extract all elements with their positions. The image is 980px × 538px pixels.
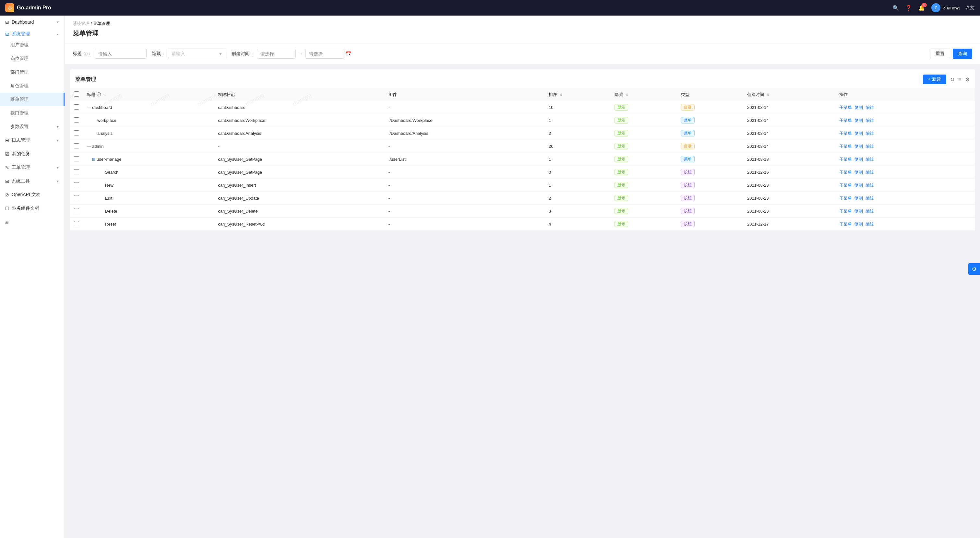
action-编辑[interactable]: 编辑 <box>865 170 874 175</box>
sidebar-section-system[interactable]: ⊞ 系统管理 ▲ <box>0 29 65 38</box>
action-子菜单[interactable]: 子菜单 <box>839 157 852 162</box>
row-component: ./Dashboard/Analysis <box>385 127 545 140</box>
action-复制[interactable]: 复制 <box>854 170 863 175</box>
filter-title: 标题 ⓘ： <box>73 49 146 59</box>
sidebar-item-user-mgmt[interactable]: 用户管理 <box>0 38 65 52</box>
filter-date-from[interactable] <box>257 49 296 59</box>
table-row: Searchcan_SysUser_GetPage-0显示按钮2021-12-1… <box>70 166 975 179</box>
row-checkbox[interactable] <box>74 182 79 187</box>
new-button[interactable]: + 新建 <box>923 75 946 84</box>
hidden-badge: 显示 <box>614 169 628 175</box>
sidebar-item-my-tasks[interactable]: ☑ 我的任务 <box>0 147 65 161</box>
column-settings-icon[interactable]: ≡ <box>958 76 961 83</box>
sidebar-item-sys-tools[interactable]: ⊞ 系统工具 ▼ <box>0 175 65 188</box>
action-复制[interactable]: 复制 <box>854 131 863 136</box>
action-编辑[interactable]: 编辑 <box>865 105 874 110</box>
action-编辑[interactable]: 编辑 <box>865 183 874 188</box>
action-复制[interactable]: 复制 <box>854 144 863 149</box>
sidebar-item-openapi[interactable]: ⊘ OpenAPI 文档 <box>0 188 65 202</box>
action-编辑[interactable]: 编辑 <box>865 131 874 136</box>
sidebar-item-dashboard[interactable]: ⊞ Dashboard ▼ <box>0 16 65 29</box>
sidebar-item-position-mgmt[interactable]: 岗位管理 <box>0 52 65 65</box>
row-checkbox[interactable] <box>74 117 79 122</box>
action-编辑[interactable]: 编辑 <box>865 118 874 123</box>
action-复制[interactable]: 复制 <box>854 222 863 227</box>
row-checkbox[interactable] <box>74 156 79 161</box>
action-复制[interactable]: 复制 <box>854 183 863 188</box>
row-checkbox[interactable] <box>74 143 79 148</box>
action-子菜单[interactable]: 子菜单 <box>839 118 852 123</box>
action-子菜单[interactable]: 子菜单 <box>839 183 852 188</box>
search-icon[interactable]: 🔍 <box>892 5 899 11</box>
row-checkbox[interactable] <box>74 169 79 175</box>
action-子菜单[interactable]: 子菜单 <box>839 131 852 136</box>
sort-icon[interactable]: ⇅ <box>103 93 106 97</box>
action-复制[interactable]: 复制 <box>854 157 863 162</box>
breadcrumb-parent[interactable]: 系统管理 <box>73 21 89 26</box>
action-编辑[interactable]: 编辑 <box>865 209 874 214</box>
row-permission: can_SysUser_GetPage <box>214 166 385 179</box>
app-logo[interactable]: ◇ Go-admin Pro <box>5 3 51 12</box>
refresh-icon[interactable]: ↻ <box>950 76 955 83</box>
action-复制[interactable]: 复制 <box>854 105 863 110</box>
sidebar-item-param-settings[interactable]: 参数设置 ▼ <box>0 120 65 133</box>
question-icon[interactable]: ❓ <box>905 5 912 11</box>
action-编辑[interactable]: 编辑 <box>865 157 874 162</box>
action-子菜单[interactable]: 子菜单 <box>839 222 852 227</box>
row-type: 菜单 <box>677 153 743 166</box>
sidebar-item-dept-mgmt[interactable]: 部门管理 <box>0 65 65 79</box>
action-子菜单[interactable]: 子菜单 <box>839 196 852 201</box>
sidebar-item-api-mgmt[interactable]: 接口管理 <box>0 106 65 120</box>
header-user[interactable]: Z zhangwj <box>931 3 959 12</box>
action-子菜单[interactable]: 子菜单 <box>839 144 852 149</box>
action-编辑[interactable]: 编辑 <box>865 196 874 201</box>
table-settings-icon[interactable]: ⚙ <box>965 76 970 83</box>
action-子菜单[interactable]: 子菜单 <box>839 105 852 110</box>
sidebar-item-biz-components[interactable]: ☐ 业务组件文档 <box>0 202 65 215</box>
main-content: 系统管理 / 菜单管理 菜单管理 标题 ⓘ： <box>65 16 980 538</box>
sidebar-label-api-mgmt: 接口管理 <box>10 110 29 116</box>
select-all-checkbox[interactable] <box>74 91 79 97</box>
row-checkbox[interactable] <box>74 221 79 226</box>
action-复制[interactable]: 复制 <box>854 209 863 214</box>
settings-fab[interactable]: ⚙ <box>968 263 980 275</box>
row-checkbox[interactable] <box>74 208 79 213</box>
row-hidden: 显示 <box>611 192 677 205</box>
action-复制[interactable]: 复制 <box>854 118 863 123</box>
action-子菜单[interactable]: 子菜单 <box>839 209 852 214</box>
breadcrumb-current: 菜单管理 <box>93 21 110 26</box>
tree-collapse-icon[interactable]: — <box>87 144 91 149</box>
row-checkbox[interactable] <box>74 195 79 200</box>
sidebar-label-menu-mgmt: 菜单管理 <box>10 97 29 102</box>
sidebar-bottom-icon[interactable]: ≡ <box>0 215 65 230</box>
row-permission: can_SysUser_GetPage <box>214 153 385 166</box>
translate-icon[interactable]: A文 <box>966 5 975 11</box>
filter-hidden-placeholder: 请输入 <box>172 51 185 57</box>
action-编辑[interactable]: 编辑 <box>865 144 874 149</box>
row-create-time: 2021-08-23 <box>743 205 835 218</box>
sidebar-item-work-order[interactable]: ✎ 工单管理 ▼ <box>0 161 65 175</box>
row-sort: 1 <box>545 153 611 166</box>
filter-date-to[interactable] <box>305 49 344 59</box>
action-编辑[interactable]: 编辑 <box>865 222 874 227</box>
reset-button[interactable]: 重置 <box>930 49 950 59</box>
sort-icon[interactable]: ⇅ <box>625 93 628 97</box>
row-permission: canDashboardWorkplace <box>214 114 385 127</box>
row-checkbox[interactable] <box>74 104 79 110</box>
query-button[interactable]: 查询 <box>953 49 972 59</box>
row-create-time: 2021-08-14 <box>743 140 835 153</box>
tree-collapse-icon[interactable]: — <box>87 105 91 110</box>
hidden-badge: 显示 <box>614 156 628 162</box>
filter-hidden-select[interactable]: 请输入 ▼ <box>168 49 226 59</box>
sidebar-item-log-mgmt[interactable]: ⊞ 日志管理 ▼ <box>0 133 65 147</box>
action-子菜单[interactable]: 子菜单 <box>839 170 852 175</box>
sidebar-item-menu-mgmt[interactable]: 菜单管理 <box>0 93 65 106</box>
sidebar-item-role-mgmt[interactable]: 角色管理 <box>0 79 65 93</box>
bell-icon[interactable]: 🔔 6 <box>918 5 925 11</box>
sort-icon[interactable]: ⇅ <box>767 93 769 97</box>
row-checkbox[interactable] <box>74 130 79 135</box>
sort-icon[interactable]: ⇅ <box>560 93 562 97</box>
row-actions: 子菜单复制编辑 <box>835 114 975 127</box>
filter-title-input[interactable] <box>95 49 146 59</box>
action-复制[interactable]: 复制 <box>854 196 863 201</box>
